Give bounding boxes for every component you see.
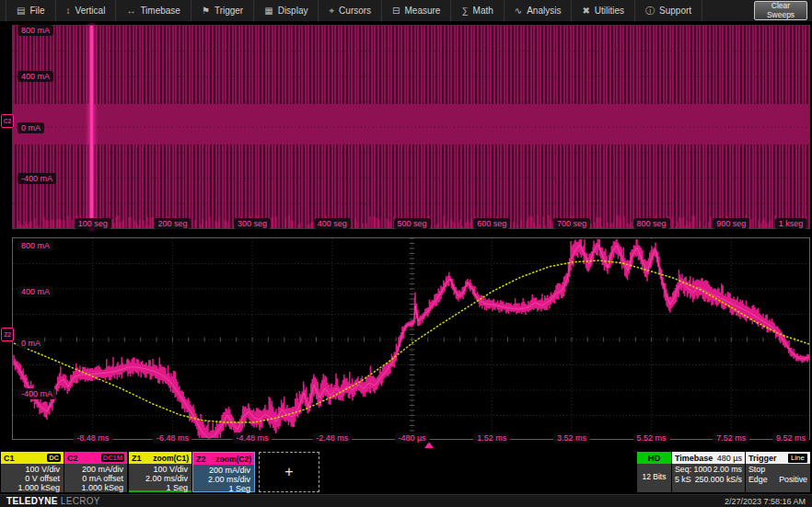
x-axis-label: 100 seg [75,218,111,229]
y-axis-label: -400 mA [17,173,56,184]
descriptor-line: 2.00 ms/div [129,474,188,483]
x-axis-label: 1 kseg [775,218,807,229]
brand-lecroy: LECROY [61,496,100,506]
descriptor-id: C2 [67,454,78,463]
menu-item-math[interactable]: ∑Math [451,0,504,21]
x-axis-label: -2.48 ms [312,432,352,444]
descriptor-id: Z1 [132,454,142,463]
plus-icon: + [284,464,293,480]
menu-item-label: Utilities [595,6,624,16]
menu-item-cursors[interactable]: ⌖Cursors [319,0,382,21]
trigger-row: Stop [746,464,810,474]
brand-logo: TELEDYNE LECROY [6,496,100,506]
x-axis-label: -6.48 ms [153,432,192,444]
oscilloscope-app: ▤File↕Vertical↔Timebase⚑Trigger▦Display⌖… [0,0,812,507]
descriptor-header: Z2zoom(C2) [193,453,254,465]
menu-item-label: Cursors [339,6,371,16]
brand-teledyne: TELEDYNE [6,496,58,506]
menu-item-label: Math [473,6,493,16]
math-icon: ∑ [461,6,468,16]
zoom-graticule[interactable]: 800 mA400 mA0 mA-400 mA-8.48 ms-6.48 ms-… [12,237,810,440]
y-axis-label: 800 mA [17,25,53,36]
menu-item-display[interactable]: ▦Display [254,0,319,21]
clear-sweeps-label-1: Clear [771,1,790,10]
timebase-value: 480 µs [717,454,742,463]
channel-marker-z2[interactable]: Z2 [1,328,14,341]
menu-item-vertical[interactable]: ↕Vertical [56,0,117,21]
x-axis-label: 900 seg [713,218,749,229]
x-axis-label: -8.48 ms [73,432,112,444]
persistence-overlay [13,26,809,228]
x-axis-label: -4.48 ms [233,432,273,444]
menu-item-trigger[interactable]: ⚑Trigger [191,0,254,21]
descriptor-coupling-badge: DC1M [101,454,124,462]
hd-mode-box[interactable]: HD 12 Bits [637,452,671,492]
channel-marker-c2[interactable]: C2 [1,114,14,128]
trigger-details: StopEdgePositive [746,464,810,484]
x-axis-label: 700 seg [553,218,590,229]
descriptor-line: 200 mA/div [64,465,123,474]
menu-item-label: Vertical [75,6,106,16]
file-icon: ▤ [17,6,25,16]
descriptor-settings: 200 mA/div0 mA offset1.000 kSeg [64,464,127,493]
descriptor-c1[interactable]: C1DC100 V/div0 V offset1.000 kSeg [1,452,64,492]
menu-item-label: Timebase [140,6,180,16]
descriptor-z1[interactable]: Z1zoom(C1)100 V/div2.00 ms/div1 Seg [129,452,191,492]
selected-segment-cursor[interactable] [90,26,93,228]
x-axis-label: 500 seg [393,218,430,229]
trigger-box[interactable]: Trigger Line StopEdgePositive [746,452,810,492]
x-axis-label: 400 seg [314,218,351,229]
display-icon: ▦ [264,6,273,16]
menu-item-analysis[interactable]: ∿Analysis [505,0,573,21]
menu-item-measure[interactable]: ⊟Measure [382,0,451,21]
x-axis-label: 200 seg [154,218,191,229]
support-icon: ⓘ [645,5,655,17]
descriptor-coupling-badge: DC [47,454,61,462]
timebase-title: Timebase [675,454,713,463]
persistence-graticule[interactable]: 800 mA400 mA0 mA-400 mA100 seg200 seg300… [12,25,810,229]
descriptor-coupling-badge: zoom(C2) [215,455,251,464]
trigger-source-badge: Line [788,454,807,463]
x-axis-label: 800 seg [633,218,670,229]
descriptor-line: 100 V/div [1,465,60,474]
x-axis-label: 5.52 ms [633,432,670,444]
add-trace-button[interactable]: + [259,452,319,492]
descriptor-line: 1.000 kSeg [64,483,123,492]
menu-item-label: Measure [405,6,441,16]
timebase-box[interactable]: Timebase 480 µs Seq: 10002.00 ms5 kS250.… [672,452,745,492]
hd-badge: HD [637,452,671,464]
descriptor-settings: 200 mA/div2.00 ms/div1 Seg [193,465,254,494]
status-bar: TELEDYNE LECROY 2/27/2023 7:58:16 AM [0,494,812,507]
descriptor-line: 0 mA offset [64,474,123,483]
y-axis-label: 400 mA [17,71,53,82]
menu-item-utilities[interactable]: ✖Utilities [572,0,635,21]
descriptor-settings: 100 V/div0 V offset1.000 kSeg [1,464,64,493]
descriptor-line: 0 V offset [1,474,60,483]
menu-item-label: Support [659,6,691,16]
trigger-icon: ⚑ [202,6,210,16]
zoom-plot [13,238,809,439]
cursors-icon: ⌖ [329,6,334,17]
descriptor-header: C2DC1M [64,452,127,464]
descriptor-c2[interactable]: C2DC1M200 mA/div0 mA offset1.000 kSeg [64,452,127,492]
y-axis-label: 800 mA [17,240,53,251]
descriptor-line: 1.000 kSeg [1,483,60,492]
descriptor-id: C1 [4,454,15,463]
descriptor-line: 200 mA/div [193,466,250,475]
descriptor-line: 1 Seg [129,483,188,492]
descriptor-line: 100 V/div [129,465,188,474]
y-axis-label: -400 mA [17,388,56,399]
timebase-row: Seq: 10002.00 ms [672,464,745,474]
x-axis-label: 300 seg [234,218,271,229]
vertical-icon: ↕ [66,6,71,16]
menu-item-timebase[interactable]: ↔Timebase [116,0,191,21]
menu-item-support[interactable]: ⓘSupport [635,0,702,21]
descriptor-header: C1DC [1,452,64,464]
descriptor-coupling-badge: zoom(C1) [153,454,189,463]
clear-sweeps-button[interactable]: Clear Sweeps [754,1,807,20]
menu-item-file[interactable]: ▤File [6,0,56,21]
menu-item-label: Display [278,6,308,16]
menu-bar: ▤File↕Vertical↔Timebase⚑Trigger▦Display⌖… [0,0,812,22]
descriptor-z2[interactable]: Z2zoom(C2)200 mA/div2.00 ms/div1 Seg [192,452,255,492]
x-axis-label: 3.52 ms [553,432,590,444]
